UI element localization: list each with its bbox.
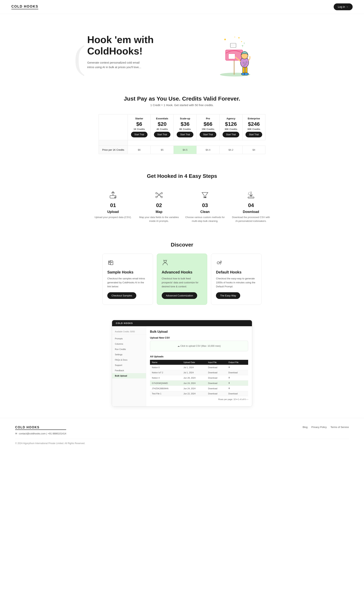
footer-link-blog[interactable]: Blog <box>303 426 308 429</box>
navbar: COLD HOOKS Log in → <box>0 0 364 14</box>
step-item-1: 02 Map Map your data fields to the varia… <box>139 189 179 223</box>
dashboard-body: Available Credits: 50/50PromptsColumnsRu… <box>112 326 252 406</box>
table-cell-5-3[interactable]: Download <box>226 391 248 396</box>
sidebar-item-prompts[interactable]: Prompts <box>112 336 146 341</box>
table-row-2: Notion 4Jun 28, 2024Download⬇ <box>150 375 248 381</box>
sidebar-item-support[interactable]: Support <box>112 363 146 368</box>
svg-point-27 <box>158 194 160 195</box>
table-cell-2-3[interactable]: ⬇ <box>226 375 248 381</box>
discover-icon-0 <box>107 259 115 267</box>
price-per-value-5: $4 <box>242 146 265 154</box>
svg-point-28 <box>156 192 157 194</box>
table-header-name: Name <box>150 360 182 365</box>
table-cell-0-0: Notion 0 <box>150 365 182 370</box>
table-cell-2-0: Notion 4 <box>150 375 182 381</box>
step-num-0: 01 <box>110 202 116 208</box>
svg-point-22 <box>246 62 247 63</box>
discover-card-title-2: Default Hooks <box>216 270 257 274</box>
table-cell-1-3[interactable]: Download <box>226 370 248 375</box>
upload-drop-zone[interactable]: ☁ Click to upload CSV (Max: 10,000 rows) <box>150 341 248 351</box>
table-cell-2-2[interactable]: Download <box>206 375 226 381</box>
price-per-value-0: $6 <box>128 146 151 154</box>
hero-text: Hook 'em with ColdHooks! Generate contex… <box>87 34 178 69</box>
login-button[interactable]: Log in → <box>334 3 353 10</box>
upload-zone-icon: ☁ <box>177 345 180 347</box>
svg-rect-16 <box>245 67 247 74</box>
svg-point-19 <box>243 62 244 63</box>
dashboard-sidebar: Available Credits: 50/50PromptsColumnsRu… <box>112 326 146 406</box>
table-cell-0-2[interactable]: Download <box>206 365 226 370</box>
table-row-5: Test File 1Jun 22, 2024DownloadDownload <box>150 391 248 396</box>
svg-text:✦: ✦ <box>241 41 242 43</box>
footer-logo: COLD HOOKS <box>15 426 66 430</box>
table-cell-1-2[interactable]: Download <box>206 370 226 375</box>
step-num-1: 02 <box>156 202 162 208</box>
table-cell-4-2[interactable]: Download <box>206 386 226 391</box>
pricing-empty-header <box>99 114 128 140</box>
sidebar-item-feedback[interactable]: Feedback <box>112 368 146 373</box>
table-cell-2-1: Jun 28, 2024 <box>182 375 206 381</box>
table-cell-3-2[interactable]: Download <box>206 381 226 386</box>
trial-button-0[interactable]: Start Trial <box>131 132 147 137</box>
svg-point-29 <box>161 192 162 194</box>
discover-btn-2[interactable]: The Easy Way <box>216 292 240 299</box>
steps-section: Get Hooked in 4 Easy Steps 01 Upload Upl… <box>78 162 286 231</box>
footer-link-privacy-policy[interactable]: Privacy Policy <box>311 426 327 429</box>
step-icon-1 <box>153 189 165 201</box>
discover-card-desc-2: Checkout the easy-way to generate 1000s … <box>216 277 257 288</box>
step-num-3: 04 <box>248 202 254 208</box>
table-cell-4-3[interactable]: ⬇ <box>226 386 248 391</box>
step-num-2: 03 <box>202 202 208 208</box>
dashboard-main: Bulk Upload Upload New CSV ☁ Click to up… <box>146 326 252 406</box>
svg-point-18 <box>244 73 248 75</box>
table-cell-5-2[interactable]: Download <box>206 391 226 396</box>
discover-btn-1[interactable]: Advanced Customization <box>162 292 197 299</box>
step-icon-3 <box>245 189 257 201</box>
trial-button-3[interactable]: Start Trial <box>200 132 216 137</box>
table-cell-3-3[interactable]: ⬇ <box>226 381 248 386</box>
sidebar-item-run-credits[interactable]: Run Credits <box>112 347 146 352</box>
trial-button-2[interactable]: Start Trial <box>177 132 193 137</box>
hero-section: ( Hook 'em with ColdHooks! Generate cont… <box>68 14 296 86</box>
table-row-1: Notion IoT 2Jul 1, 2024DownloadDownload <box>150 370 248 375</box>
table-cell-5-0: Test File 1 <box>150 391 182 396</box>
footer: COLD HOOKS ✉ contact@coldhooks.com | +91… <box>0 418 364 449</box>
nav-logo: COLD HOOKS <box>11 5 38 9</box>
table-cell-0-3[interactable]: ⬇ <box>226 365 248 370</box>
table-cell-3-0: G7H2KMQ0AMD <box>150 381 182 386</box>
svg-point-30 <box>156 196 157 198</box>
mail-icon: ✉ <box>15 432 17 435</box>
sidebar-item-columns[interactable]: Columns <box>112 341 146 347</box>
svg-text:?: ? <box>244 42 245 45</box>
sidebar-item-faqs-&-docs[interactable]: FAQs & Docs <box>112 357 146 363</box>
footer-link-terms-of-service[interactable]: Terms of Service <box>330 426 349 429</box>
discover-grid: Sample Hooks Checkout the samples email … <box>102 254 262 305</box>
step-item-0: 01 Upload Upload your prospect data (CSV… <box>93 189 133 223</box>
price-per-value-1: $5 <box>151 146 174 154</box>
pricing-subtitle: 1 Credit = 1 Hook. Get started with 50 f… <box>4 103 360 107</box>
table-cell-3-1: Jun 24, 2024 <box>182 381 206 386</box>
footer-contact: ✉ contact@coldhooks.com | +91 8886101414 <box>15 432 66 435</box>
sidebar-item-settings[interactable]: Settings <box>112 352 146 357</box>
trial-button-1[interactable]: Start Trial <box>154 132 170 137</box>
svg-text:★: ★ <box>238 36 240 39</box>
discover-card-title-1: Advanced Hooks <box>162 270 202 274</box>
svg-line-33 <box>160 193 161 194</box>
sidebar-credits: Available Credits: 50/50 <box>112 329 146 334</box>
trial-button-5[interactable]: Start Trial <box>246 132 262 137</box>
decorative-quote: ( <box>74 41 85 75</box>
discover-card-2: Default Hooks Checkout the easy-way to g… <box>211 254 262 305</box>
step-icon-2 <box>199 189 211 201</box>
pagination: Rows per page: 10 ▾ 1–6 of 6 ‹ › <box>150 396 248 403</box>
svg-point-44 <box>217 262 219 264</box>
trial-button-4[interactable]: Start Trial <box>222 132 239 137</box>
sidebar-item-bulk-upload[interactable]: Bulk Upload <box>112 373 146 378</box>
pricing-header: Just Pay as You Use. Credits Valid Forev… <box>0 86 364 110</box>
footer-top: COLD HOOKS ✉ contact@coldhooks.com | +91… <box>15 426 349 435</box>
discover-card-0: Sample Hooks Checkout the samples email … <box>102 254 153 305</box>
discover-btn-0[interactable]: Checkout Samples <box>107 292 136 299</box>
svg-rect-15 <box>243 67 245 74</box>
svg-point-31 <box>161 196 162 198</box>
pricing-plan-header-1: Essentials $20 4K Credits Start Trial <box>151 114 174 140</box>
svg-point-21 <box>244 65 245 66</box>
